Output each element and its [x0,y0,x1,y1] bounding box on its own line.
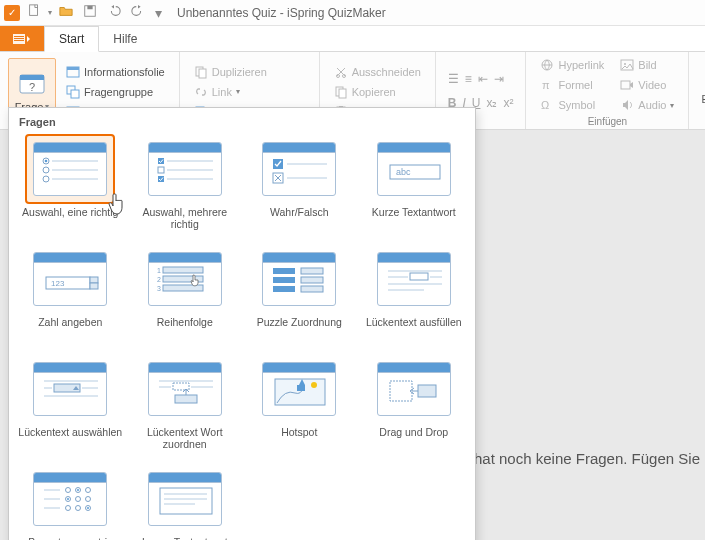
question-type-label: Drag und Drop [379,426,448,450]
svg-rect-71 [410,273,428,280]
question-type-3[interactable]: abcKurze Textantwort [361,134,468,230]
svg-point-97 [67,498,69,500]
question-type-label: Lückentext auswählen [18,426,122,450]
svg-point-19 [336,74,339,77]
file-tab[interactable] [0,26,44,51]
audio-button[interactable]: Audio▾ [616,96,678,114]
question-type-label: Kurze Textantwort [372,206,456,230]
subscript-icon[interactable]: x₂ [486,96,497,110]
question-type-label: Lückentext ausfüllen [366,316,462,340]
question-type-6[interactable]: Puzzle Zuordnung [246,244,353,340]
svg-rect-45 [158,176,164,182]
svg-rect-85 [275,379,325,405]
svg-rect-13 [71,90,79,98]
question-type-12[interactable]: Bewertungsmatrix [17,464,124,540]
question-type-5[interactable]: 123Reihenfolge [132,244,239,340]
svg-point-102 [76,506,81,511]
svg-point-94 [86,488,91,493]
question-type-0[interactable]: Auswahl, eine richtig [17,134,124,230]
question-type-label: Reihenfolge [157,316,213,340]
question-type-label: Wahr/Falsch [270,206,329,230]
tab-hilfe[interactable]: Hilfe [99,26,152,51]
undo-icon[interactable] [104,4,124,21]
group-label-quiz: Quiz [695,114,705,127]
svg-point-29 [624,63,626,65]
empty-quiz-message: uiz hat noch keine Fragen. Fügen Sie Fra… [451,450,705,467]
svg-point-35 [45,160,48,163]
quick-access-customize[interactable]: ▾ [152,5,165,21]
app-icon: ✓ [4,5,20,21]
formel-button[interactable]: π Formel [536,76,608,94]
svg-text:π: π [542,79,550,91]
question-type-7[interactable]: Lückentext ausfüllen [361,244,468,340]
numbering-icon[interactable]: ≡ [465,72,472,86]
svg-rect-30 [621,81,630,89]
svg-point-87 [311,382,317,388]
question-type-label: Lückentext Wort zuordnen [132,426,239,450]
hyperlink-button[interactable]: Hyperlink [536,56,608,74]
title-bar: ✓ ▾ ▾ Unbenanntes Quiz - iSpring QuizMak… [0,0,705,26]
new-dropdown[interactable]: ▾ [48,8,52,17]
question-type-1[interactable]: Auswahl, mehrere richtig [132,134,239,230]
bullets-icon[interactable]: ☰ [448,72,459,86]
svg-rect-4 [14,36,24,37]
question-type-8[interactable]: Lückentext auswählen [17,354,124,450]
question-type-label: Lange Textantwort [142,536,228,540]
duplizieren-button[interactable]: Duplizieren [190,63,309,81]
video-button[interactable]: Video [616,76,678,94]
question-type-4[interactable]: 123Zahl angeben [17,244,124,340]
svg-rect-55 [90,277,98,283]
svg-rect-86 [297,385,305,391]
svg-point-37 [43,167,49,173]
question-type-label: Auswahl, mehrere richtig [132,206,239,230]
indent-increase-icon[interactable]: ⇥ [494,72,504,86]
svg-rect-62 [163,285,203,291]
svg-text:3: 3 [157,285,161,292]
question-type-2[interactable]: Wahr/Falsch [246,134,353,230]
question-type-label: Zahl angeben [38,316,102,340]
bild-button[interactable]: Bild [616,56,678,74]
svg-rect-22 [339,89,346,98]
svg-point-101 [66,506,71,511]
svg-point-91 [66,488,71,493]
symbol-button[interactable]: Ω Symbol [536,96,608,114]
svg-rect-65 [273,277,295,283]
svg-rect-89 [418,385,436,397]
tab-start[interactable]: Start [44,26,99,52]
svg-rect-67 [273,286,295,292]
indent-decrease-icon[interactable]: ⇤ [478,72,488,86]
informationsfolie-button[interactable]: Informationsfolie [62,63,169,81]
svg-text:Ω: Ω [541,99,549,111]
new-icon[interactable] [24,4,44,21]
svg-rect-5 [14,38,24,39]
kopieren-button[interactable]: Kopieren [330,83,425,101]
question-type-11[interactable]: Drag und Drop [361,354,468,450]
window-title: Unbenanntes Quiz - iSpring QuizMaker [177,6,386,20]
ausschneiden-button[interactable]: Ausschneiden [330,63,425,81]
ribbon-tab-bar: Start Hilfe [0,26,705,52]
link-button[interactable]: Link▾ [190,83,309,101]
einstellungen-label: Einstellungen [701,93,705,105]
question-type-10[interactable]: Hotspot [246,354,353,450]
question-type-13[interactable]: Lange Textantwort [132,464,239,540]
save-icon[interactable] [80,4,100,21]
svg-rect-64 [301,268,323,274]
svg-point-20 [342,74,345,77]
question-type-9[interactable]: Lückentext Wort zuordnen [132,354,239,450]
superscript-icon[interactable]: x² [503,96,513,110]
svg-rect-17 [199,69,206,78]
redo-icon[interactable] [128,4,148,21]
ribbon-group-quiz: Einstellungen P Quiz [689,52,705,129]
svg-point-39 [43,176,49,182]
svg-rect-41 [158,158,164,164]
open-icon[interactable] [56,4,76,21]
svg-rect-58 [163,267,203,273]
svg-rect-66 [301,277,323,283]
svg-point-104 [87,507,89,509]
fragengruppe-button[interactable]: Fragengruppe [62,83,169,101]
svg-rect-11 [67,67,79,70]
question-type-label: Auswahl, eine richtig [22,206,118,230]
svg-point-93 [77,489,79,491]
svg-rect-0 [30,5,38,16]
svg-rect-68 [301,286,323,292]
